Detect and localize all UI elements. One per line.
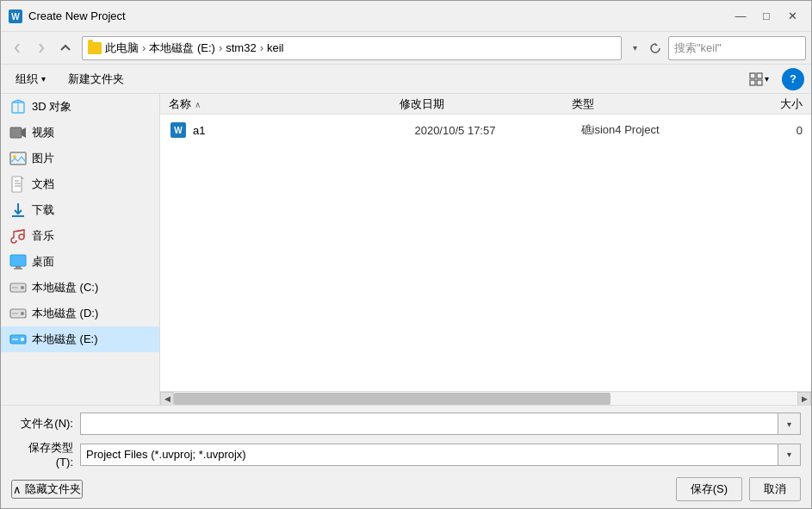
address-dropdown-button[interactable]: ▾ [627,37,642,59]
filetype-row: 保存类型(T): Project Files (*.uvproj; *.uvpr… [11,440,801,469]
file-name: a1 [193,124,414,137]
svg-marker-12 [22,127,26,138]
sidebar-label-hdd-c: 本地磁盘 (C:) [32,280,98,295]
file-date: 2020/10/5 17:57 [414,124,580,137]
hide-folders-button[interactable]: ∧ 隐藏文件夹 [11,480,83,499]
bottom-area: 文件名(N): ▾ 保存类型(T): Project Files (*.uvpr… [1,405,811,508]
maximize-button[interactable]: □ [754,7,778,26]
organize-button[interactable]: 组织 ▾ [8,68,53,90]
breadcrumb: 此电脑 › 本地磁盘 (E:) › stm32 › keil [105,40,284,56]
svg-point-33 [21,338,24,341]
footer-row: ∧ 隐藏文件夹 保存(S) 取消 [11,474,801,501]
help-button[interactable]: ? [782,68,804,90]
breadcrumb-stm32: stm32 [226,41,256,54]
filename-dropdown[interactable]: ▾ [778,413,801,435]
sidebar-item-desktop[interactable]: 桌面 [1,249,159,275]
sidebar-icon-image [9,150,27,167]
sidebar-item-music[interactable]: 音乐 [1,223,159,249]
sidebar-label-image: 图片 [32,151,54,166]
new-folder-button[interactable]: 新建文件夹 [60,68,132,90]
sidebar-label-hdd-e: 本地磁盘 (E:) [32,332,98,347]
sidebar: 3D 对象 视频 图片 文档 下载 音乐 桌面 本地磁盘 (C:) 本地磁盘 (… [1,94,160,405]
filetype-label: 保存类型(T): [11,440,80,469]
dialog-window: W Create New Project — □ ✕ 此电脑 › 本地磁盘 (E… [0,0,812,509]
sidebar-item-hdd-d[interactable]: 本地磁盘 (D:) [1,301,159,326]
sidebar-item-download[interactable]: 下载 [1,197,159,223]
filetype-dropdown[interactable]: ▾ [778,444,801,466]
svg-rect-8 [757,80,762,85]
svg-rect-23 [10,255,26,266]
sidebar-item-3d[interactable]: 3D 对象 [1,94,159,120]
svg-point-27 [21,286,24,289]
refresh-button[interactable] [644,37,666,59]
sidebar-item-hdd-e[interactable]: 本地磁盘 (E:) [1,326,159,352]
col-header-name: 名称 ∧ [169,96,400,112]
navigation-bar: 此电脑 › 本地磁盘 (E:) › stm32 › keil ▾ [1,32,811,65]
view-button[interactable]: ▾ [743,68,775,90]
svg-point-30 [21,312,24,315]
file-type-icon: W [169,121,188,140]
address-bar[interactable]: 此电脑 › 本地磁盘 (E:) › stm32 › keil [82,36,622,60]
view-dropdown-icon: ▾ [765,74,769,84]
up-button[interactable] [54,37,77,59]
svg-point-21 [19,234,24,239]
close-button[interactable]: ✕ [780,7,804,26]
organize-label: 组织 [15,71,38,87]
file-area: 名称 ∧ 修改日期 类型 大小 W a1 2020/10/5 17:57 礁is… [160,94,811,405]
sidebar-icon-hdd-d [9,305,27,322]
sidebar-icon-3d [9,98,27,115]
sidebar-icon-doc [9,176,27,193]
folder-icon [88,42,102,54]
sidebar-item-image[interactable]: 图片 [1,146,159,171]
breadcrumb-drive: 本地磁盘 (E:) [149,40,215,56]
sidebar-item-video[interactable]: 视频 [1,120,159,146]
sort-arrow: ∧ [195,100,201,109]
horizontal-scrollbar[interactable]: ◀ ▶ [160,391,811,405]
scroll-track[interactable] [174,393,797,405]
sidebar-label-music: 音乐 [32,228,54,244]
sidebar-icon-video [9,124,27,141]
sidebar-icon-hdd-c [9,279,27,296]
svg-text:W: W [11,12,20,22]
sidebar-label-doc: 文档 [32,177,54,192]
toolbar: 组织 ▾ 新建文件夹 ▾ ? [1,65,811,94]
hide-folders-icon: ∧ [13,483,22,496]
back-button[interactable] [6,37,28,59]
scroll-right-button[interactable]: ▶ [797,392,811,406]
organize-dropdown-icon: ▾ [41,74,46,84]
sidebar-item-doc[interactable]: 文档 [1,171,159,197]
title-bar: W Create New Project — □ ✕ [1,1,811,32]
sidebar-icon-desktop [9,253,27,270]
svg-rect-11 [10,127,22,138]
search-input[interactable] [669,41,806,54]
svg-rect-15 [12,177,22,192]
col-header-type: 类型 [572,96,745,112]
save-button[interactable]: 保存(S) [676,477,742,501]
view-icon [749,72,763,86]
sidebar-icon-hdd-e [9,331,27,348]
table-row[interactable]: W a1 2020/10/5 17:57 礁ision4 Project 0 [160,118,811,142]
window-controls: — □ ✕ [728,7,804,26]
forward-button[interactable] [30,37,53,59]
svg-rect-5 [750,73,755,78]
filename-row: 文件名(N): ▾ [11,413,801,435]
hide-folders-label: 隐藏文件夹 [25,481,81,497]
col-header-date: 修改日期 [400,96,573,112]
search-box[interactable] [668,36,806,60]
cancel-button[interactable]: 取消 [749,477,801,501]
sidebar-item-hdd-c[interactable]: 本地磁盘 (C:) [1,275,159,301]
filename-input[interactable] [80,413,778,435]
main-content: 3D 对象 视频 图片 文档 下载 音乐 桌面 本地磁盘 (C:) 本地磁盘 (… [1,94,811,405]
breadcrumb-keil: keil [267,41,284,54]
file-list-body: W a1 2020/10/5 17:57 礁ision4 Project 0 [160,115,811,391]
scroll-thumb[interactable] [174,393,611,405]
svg-rect-7 [750,80,755,85]
minimize-button[interactable]: — [728,7,753,26]
file-size: 0 [747,124,803,137]
new-folder-label: 新建文件夹 [68,71,124,87]
svg-text:W: W [174,126,183,135]
scroll-left-button[interactable]: ◀ [160,392,174,406]
filetype-select[interactable]: Project Files (*.uvproj; *.uvprojx) [80,444,778,466]
file-type: 礁ision4 Project [581,122,747,138]
sidebar-label-3d: 3D 对象 [32,99,71,115]
